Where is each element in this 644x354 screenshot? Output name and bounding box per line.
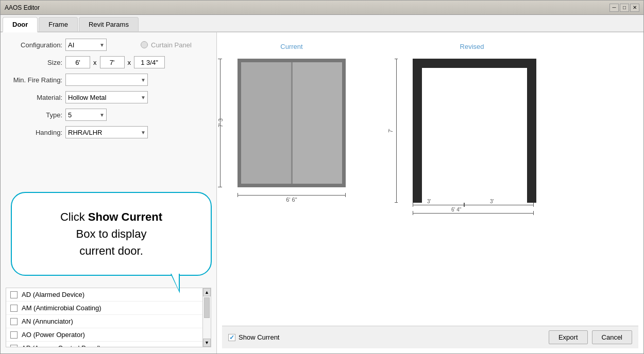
material-select[interactable]: Hollow Metal Wood Aluminum Glass — [65, 91, 148, 103]
size-label: Size: — [6, 59, 62, 66]
checkbox-am[interactable] — [10, 305, 18, 312]
fire-rating-select-wrapper[interactable]: 20 min 45 min 60 min 90 min ▼ — [65, 74, 148, 86]
type-select-wrapper[interactable]: 123456 ▼ — [65, 109, 107, 121]
export-button[interactable]: Export — [549, 330, 588, 344]
show-current-section: ✓ Show Current — [228, 333, 279, 341]
configuration-select-wrapper[interactable]: AIAIIAIII ▼ — [65, 39, 107, 51]
list-item-label: AN (Annunciator) — [22, 317, 73, 325]
current-dim-width: 6' 6" — [286, 197, 297, 203]
cancel-button[interactable]: Cancel — [592, 330, 632, 344]
configuration-row: Configuration: AIAIIAIII ▼ Curtain Panel — [6, 39, 211, 51]
revised-frame-diagram: Revised — [402, 43, 541, 218]
handing-row: Handing: RHRA/LHR LHRA/RHR RHR LHR ▼ — [6, 126, 211, 138]
current-label: Current — [280, 43, 302, 50]
tab-revit-params[interactable]: Revit Params — [79, 17, 139, 31]
tab-door[interactable]: Door — [3, 17, 38, 32]
scroll-down-button[interactable]: ▼ — [203, 339, 211, 347]
list-inner: AD (Alarmed Device) AM (Antimicrobial Co… — [6, 288, 202, 347]
scroll-thumb[interactable] — [204, 297, 210, 318]
checkbox-ap[interactable] — [10, 345, 18, 347]
revised-label: Revised — [460, 43, 484, 50]
list-item-label: AD (Alarmed Device) — [22, 291, 84, 298]
list-item-label: AO (Power Operator) — [22, 331, 85, 339]
list-item: AM (Antimicrobial Coating) — [6, 302, 202, 315]
tab-bar: Door Frame Revit Params — [1, 15, 643, 32]
scroll-up-button[interactable]: ▲ — [203, 288, 211, 296]
close-button[interactable]: ✕ — [630, 4, 639, 12]
callout-text-bold: Show Current — [88, 210, 162, 223]
callout-text-prefix: Click — [60, 210, 88, 223]
right-panel: Current 6' 6" — [217, 32, 643, 353]
diagrams-area: Current 6' 6" — [222, 38, 638, 326]
radio-icon — [141, 41, 148, 48]
size-sep2: x — [128, 59, 131, 66]
main-content: Configuration: AIAIIAIII ▼ Curtain Panel… — [1, 32, 643, 353]
title-bar: AAOS Editor ─ □ ✕ — [1, 1, 643, 15]
callout-bubble: Click Show Current Box to displaycurrent… — [11, 192, 212, 276]
size-row: Size: x x — [6, 56, 211, 68]
configuration-select[interactable]: AIAIIAIII — [65, 39, 107, 51]
tab-frame[interactable]: Frame — [39, 17, 78, 31]
revised-dim-left: 3' — [427, 199, 431, 204]
main-window: AAOS Editor ─ □ ✕ Door Frame Revit Param… — [0, 0, 644, 354]
revised-dim-total: 6' 4" — [451, 207, 461, 213]
curtain-panel-label: Curtain Panel — [151, 41, 192, 49]
material-row: Material: Hollow Metal Wood Aluminum Gla… — [6, 91, 211, 103]
scroll-track — [203, 296, 211, 339]
configuration-label: Configuration: — [6, 41, 62, 49]
checkbox-an[interactable] — [10, 318, 18, 325]
fire-rating-select[interactable]: 20 min 45 min 60 min 90 min — [65, 74, 148, 86]
type-row: Type: 123456 ▼ — [6, 109, 211, 121]
current-dim-height: 7' 3 — [217, 118, 224, 127]
size-z-input[interactable] — [134, 56, 165, 68]
show-current-checkbox[interactable]: ✓ — [228, 334, 235, 341]
minimize-button[interactable]: ─ — [609, 4, 619, 12]
list-item: AP (Access Control Panel) — [6, 342, 202, 347]
list-item-label: AP (Access Control Panel) — [22, 344, 101, 347]
show-current-label: Show Current — [239, 333, 279, 341]
current-door-diagram: Current 6' 6" — [232, 43, 351, 208]
fire-rating-label: Min. Fire Rating: — [6, 76, 62, 84]
list-item: AN (Annunciator) — [6, 315, 202, 328]
handing-label: Handing: — [6, 129, 62, 136]
material-label: Material: — [6, 94, 62, 101]
type-select[interactable]: 123456 — [65, 109, 107, 121]
handing-select[interactable]: RHRA/LHR LHRA/RHR RHR LHR — [65, 126, 148, 138]
maximize-button[interactable]: □ — [620, 4, 629, 12]
checkbox-ao[interactable] — [10, 331, 18, 339]
action-buttons: Export Cancel — [549, 330, 632, 344]
size-x-input[interactable] — [65, 56, 90, 68]
size-y-input[interactable] — [100, 56, 125, 68]
bottom-bar: ✓ Show Current Export Cancel — [222, 326, 638, 348]
title-bar-buttons: ─ □ ✕ — [609, 4, 639, 12]
list-item: AO (Power Operator) — [6, 328, 202, 342]
size-sep1: x — [93, 59, 97, 66]
type-label: Type: — [6, 111, 62, 119]
window-title: AAOS Editor — [5, 4, 40, 11]
fire-rating-row: Min. Fire Rating: 20 min 45 min 60 min 9… — [6, 74, 211, 86]
list-scrollbar[interactable]: ▲ ▼ — [202, 288, 211, 347]
curtain-panel-radio: Curtain Panel — [141, 41, 192, 49]
accessory-list: AD (Alarmed Device) AM (Antimicrobial Co… — [6, 288, 211, 347]
list-item-label: AM (Antimicrobial Coating) — [22, 304, 101, 312]
revised-dim-right: 3' — [490, 199, 494, 204]
material-select-wrapper[interactable]: Hollow Metal Wood Aluminum Glass ▼ — [65, 91, 148, 103]
left-panel: Configuration: AIAIIAIII ▼ Curtain Panel… — [1, 32, 217, 353]
callout-text-rest: Box to displaycurrent door. — [76, 227, 147, 257]
checkbox-ad[interactable] — [10, 291, 18, 298]
handing-select-wrapper[interactable]: RHRA/LHR LHRA/RHR RHR LHR ▼ — [65, 126, 148, 138]
